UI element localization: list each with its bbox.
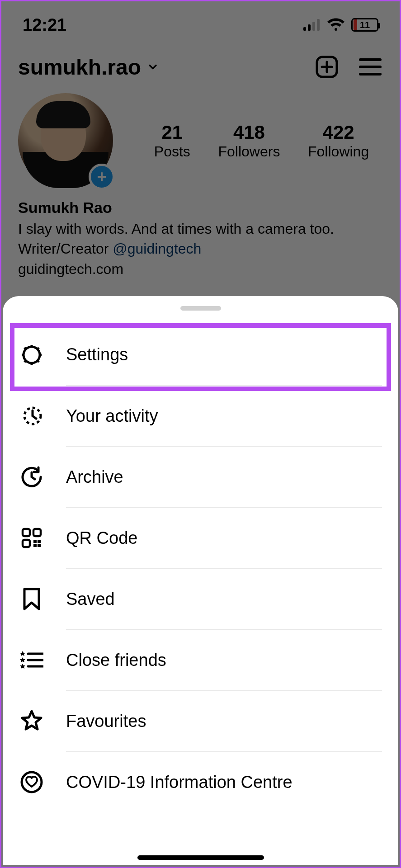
svg-point-17 <box>22 772 42 792</box>
svg-rect-8 <box>33 529 41 536</box>
archive-icon <box>19 464 44 490</box>
menu-item-settings[interactable]: Settings <box>19 324 382 385</box>
sheet-grabber[interactable] <box>180 306 221 311</box>
menu-item-saved[interactable]: Saved <box>19 568 382 629</box>
menu-item-your-activity[interactable]: Your activity <box>19 385 382 446</box>
svg-rect-10 <box>33 540 37 543</box>
menu-item-label: Saved <box>66 590 115 609</box>
svg-marker-14 <box>20 651 25 656</box>
svg-marker-15 <box>20 657 25 662</box>
menu-item-label: Settings <box>66 345 128 364</box>
menu-item-label: Favourites <box>66 712 146 731</box>
menu-bottom-sheet: Settings Your activity Archive QR Code S <box>3 296 398 865</box>
qr-code-icon <box>19 525 44 551</box>
bookmark-icon <box>19 586 44 612</box>
svg-marker-16 <box>20 664 25 669</box>
menu-item-covid-info[interactable]: COVID-19 Information Centre <box>19 751 382 812</box>
svg-rect-7 <box>23 529 30 536</box>
heart-info-icon <box>19 769 44 795</box>
svg-rect-11 <box>38 544 41 547</box>
menu-item-label: Archive <box>66 467 123 487</box>
svg-rect-13 <box>38 540 41 543</box>
menu-item-archive[interactable]: Archive <box>19 446 382 507</box>
home-indicator[interactable] <box>137 855 264 860</box>
svg-rect-12 <box>33 544 37 547</box>
menu-item-label: Close friends <box>66 651 166 670</box>
star-icon <box>19 708 44 734</box>
gear-icon <box>19 342 44 368</box>
menu-item-qr-code[interactable]: QR Code <box>19 507 382 568</box>
menu-item-favourites[interactable]: Favourites <box>19 690 382 751</box>
menu-item-label: COVID-19 Information Centre <box>66 773 292 792</box>
activity-icon <box>19 403 44 429</box>
svg-rect-9 <box>23 540 30 547</box>
menu-item-label: Your activity <box>66 406 158 426</box>
menu-item-close-friends[interactable]: Close friends <box>19 629 382 690</box>
menu-item-label: QR Code <box>66 528 137 548</box>
close-friends-icon <box>19 647 44 673</box>
